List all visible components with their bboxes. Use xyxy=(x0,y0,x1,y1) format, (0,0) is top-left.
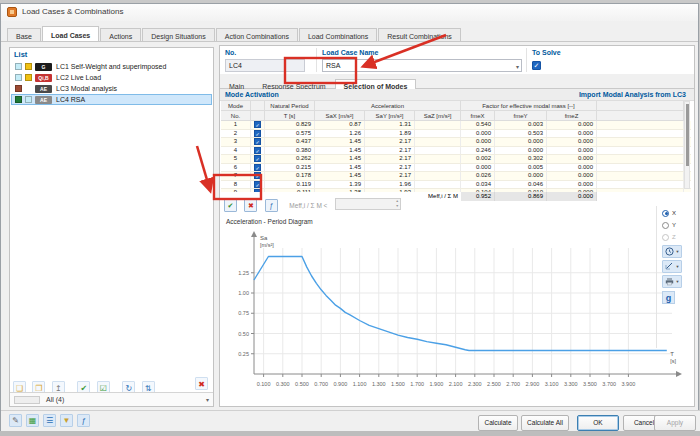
chart-annotation-button[interactable]: ▼ xyxy=(662,260,682,273)
spreadsheet-icon[interactable]: ▦ xyxy=(26,414,39,427)
cell-say: 2.17 xyxy=(365,164,415,172)
select-by-criterion-button[interactable]: ƒ xyxy=(265,199,278,212)
table-row[interactable]: 7✓0.1781.452.170.0260.0000.000 xyxy=(221,172,691,181)
mode-checkbox[interactable]: ✓ xyxy=(254,181,261,188)
cell-sax: 1.45 xyxy=(315,138,365,146)
list-item-lc3[interactable]: AELC3 Modal analysis xyxy=(11,83,212,94)
list-item-lc2[interactable]: Qi,BLC2 Live Load xyxy=(11,72,212,83)
axis-radio-x[interactable]: X xyxy=(662,207,694,219)
mode-checkbox[interactable]: ✓ xyxy=(254,172,261,179)
cell-mode-no: 6 xyxy=(221,164,251,172)
table-row[interactable]: 4✓0.3801.452.170.2460.0000.000 xyxy=(221,147,691,156)
main-tab-strip: BaseLoad CasesActionsDesign SituationsAc… xyxy=(7,24,698,41)
x-tick-label: 0.900 xyxy=(334,381,348,387)
x-tick-label: 0.300 xyxy=(276,381,290,387)
cell-filler xyxy=(597,172,684,180)
y-tick-label: 1.25 xyxy=(238,270,249,276)
ok-button[interactable]: OK xyxy=(577,415,619,431)
function-icon[interactable]: ƒ xyxy=(77,414,90,427)
spectrum-curve xyxy=(254,257,667,351)
mode-checkbox[interactable]: ✓ xyxy=(254,130,261,137)
cell-sax: 1.26 xyxy=(315,130,365,138)
y-axis-label: Sa xyxy=(260,235,268,241)
category-color-2 xyxy=(25,96,32,103)
spinner-arrows-icon[interactable]: ▲▼ xyxy=(395,199,398,210)
list-item-lc1[interactable]: GLC1 Self-Weight and superimposed xyxy=(11,61,212,72)
header-factor-group: Factor for effective modal mass [--] xyxy=(461,101,597,111)
cell-fmex: 0.000 xyxy=(461,138,495,146)
x-tick-label: 2.300 xyxy=(468,381,482,387)
x-axis-arrow xyxy=(676,371,682,377)
mode-checkbox[interactable]: ✓ xyxy=(254,138,261,145)
filter-icon[interactable]: ▼ xyxy=(60,414,73,427)
criterion-label: Meff,i / Σ M < xyxy=(289,202,327,209)
cell-saz xyxy=(415,147,461,155)
header-sub: T [s] xyxy=(265,111,315,121)
cell-filler xyxy=(597,181,684,189)
delete-load-case-button[interactable]: ✖ xyxy=(195,377,208,390)
mode-checkbox[interactable]: ✓ xyxy=(254,121,261,128)
table-scrollbar[interactable] xyxy=(684,101,690,189)
table-row[interactable]: 6✓0.2151.452.170.0000.0050.000 xyxy=(221,164,691,173)
cell-fmex: 0.002 xyxy=(461,155,495,163)
axis-radio-y[interactable]: Y xyxy=(662,219,694,231)
deselect-all-modes-button[interactable]: ✖ xyxy=(244,199,257,212)
cell-sax: 1.39 xyxy=(315,181,365,189)
x-tick-label: 2.500 xyxy=(487,381,501,387)
list-item-lc4[interactable]: AELC4 RSA xyxy=(11,94,212,105)
table-row[interactable]: 3✓0.4371.452.170.0000.0000.000 xyxy=(221,138,691,147)
scrollbar-thumb[interactable] xyxy=(686,104,689,166)
cell-sax: 1.45 xyxy=(315,164,365,172)
to-solve-checkbox[interactable]: ✓ xyxy=(532,61,541,70)
cell-checkbox: ✓ xyxy=(251,155,265,163)
g-units-toggle-button[interactable]: g xyxy=(662,291,675,304)
no-label: No. xyxy=(225,49,236,56)
cell-natural-period: 0.575 xyxy=(265,130,315,138)
comment-icon[interactable]: ✎ xyxy=(9,414,22,427)
load-case-no-field[interactable]: LC4 xyxy=(225,59,305,72)
list-filter-dropdown[interactable]: All (4) ▾ xyxy=(10,392,213,406)
x-axis-unit: [s] xyxy=(670,358,676,364)
table-row[interactable]: 5✓0.2621.452.170.0020.3020.000 xyxy=(221,155,691,164)
list-item-label: LC1 Self-Weight and superimposed xyxy=(56,63,166,70)
cell-say: 1.89 xyxy=(365,130,415,138)
mode-checkbox[interactable]: ✓ xyxy=(254,147,261,154)
cell-filler xyxy=(597,155,684,163)
mode-activation-title: Mode Activation xyxy=(225,91,279,98)
y-tick-label: 0.50 xyxy=(238,331,249,337)
cell-mode-no: 7 xyxy=(221,172,251,180)
cell-fmex: 0.540 xyxy=(461,121,495,129)
cell-filler xyxy=(597,164,684,172)
navigator-icon[interactable]: ☰ xyxy=(43,414,56,427)
cell-filler xyxy=(597,147,684,155)
cell-natural-period: 0.215 xyxy=(265,164,315,172)
load-case-name-combo[interactable]: RSA▾ xyxy=(322,59,522,72)
list-item-label: LC4 RSA xyxy=(56,96,85,103)
chart-title: Acceleration - Period Diagram xyxy=(226,218,313,225)
tab-load-cases[interactable]: Load Cases xyxy=(42,26,99,42)
divider xyxy=(656,206,657,348)
table-row[interactable]: 8✓0.1191.391.960.0340.0460.000 xyxy=(221,181,691,190)
radio-icon xyxy=(662,210,669,217)
apply-button[interactable]: Apply xyxy=(654,415,696,431)
calculate-button[interactable]: Calculate xyxy=(478,415,518,431)
mode-checkbox[interactable]: ✓ xyxy=(254,155,261,162)
criterion-spinbox[interactable]: ▲▼ xyxy=(335,198,401,210)
load-case-name-label: Load Case Name xyxy=(322,49,378,56)
calculate-all-button[interactable]: Calculate All xyxy=(521,415,569,431)
cell-saz xyxy=(415,164,461,172)
import-modal-analysis-link[interactable]: Import Modal Analysis from LC3 xyxy=(579,91,686,98)
divider xyxy=(316,48,317,72)
load-case-name-value: RSA xyxy=(326,62,340,69)
cell-fmez: 0.000 xyxy=(547,172,597,180)
chevron-down-icon: ▾ xyxy=(516,61,519,73)
header-sub xyxy=(251,111,265,121)
mode-checkbox[interactable]: ✓ xyxy=(254,164,261,171)
table-row[interactable]: 2✓0.5751.261.890.0000.5030.000 xyxy=(221,130,691,139)
category-color-2 xyxy=(25,85,32,92)
table-row[interactable]: 1✓0.8290.871.310.5400.0030.000 xyxy=(221,121,691,130)
select-all-modes-button[interactable]: ✔ xyxy=(224,199,237,212)
chart-settings-button[interactable]: ▼ xyxy=(662,245,682,258)
load-cases-icon xyxy=(7,7,17,17)
print-chart-button[interactable]: ▼ xyxy=(662,275,682,288)
